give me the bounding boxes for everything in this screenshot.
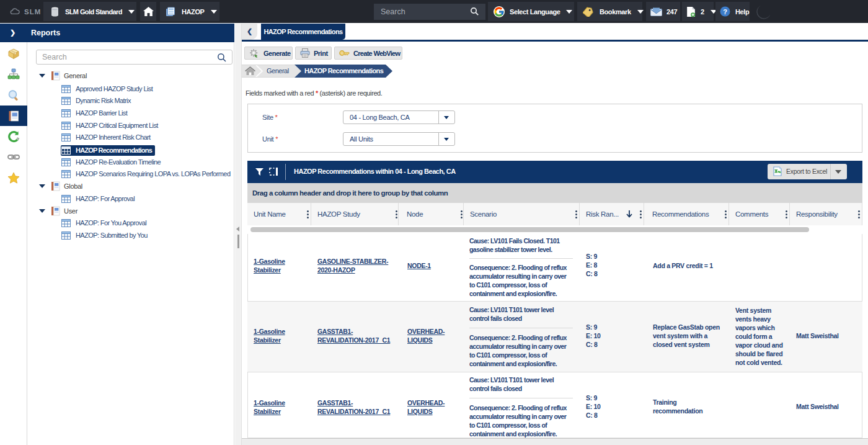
svg-text:?: ? <box>723 8 727 16</box>
